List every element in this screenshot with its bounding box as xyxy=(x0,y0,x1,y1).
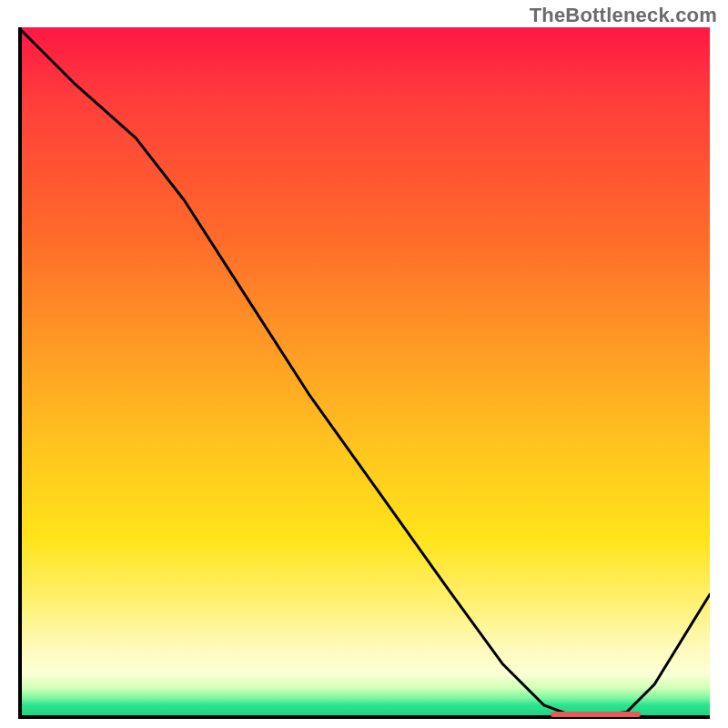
bottleneck-curve xyxy=(18,27,710,719)
chart-plot-area xyxy=(18,27,710,719)
optimal-range-marker xyxy=(551,712,641,717)
attribution-text: TheBottleneck.com xyxy=(530,4,717,27)
curve-path xyxy=(18,27,710,715)
